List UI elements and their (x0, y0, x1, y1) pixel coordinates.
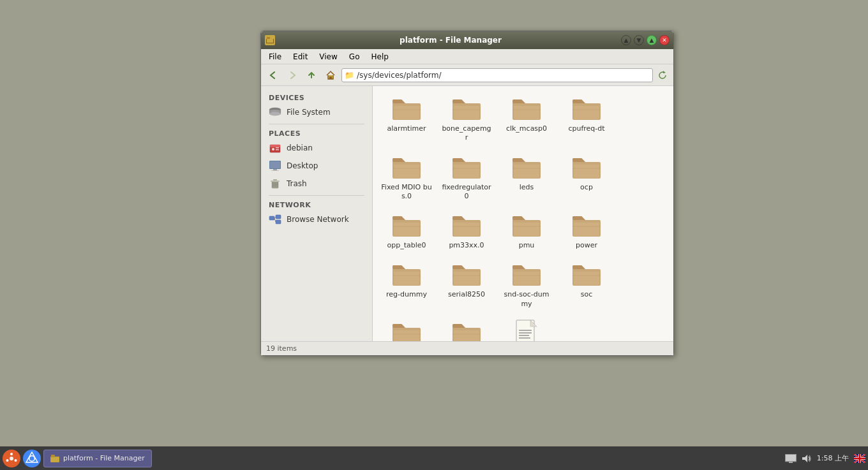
file-item[interactable]: bone_capemgr (438, 91, 495, 147)
close-button[interactable]: ✕ (659, 35, 670, 45)
file-item[interactable]: Fixed MDIO bus.0 (378, 150, 435, 206)
roll-up-button[interactable]: ▼ (634, 35, 644, 45)
svg-marker-4 (663, 71, 666, 73)
taskbar-window-label: platform - File Manager (63, 454, 145, 462)
svg-rect-53 (519, 337, 530, 339)
file-name: snd-soc-dummy (501, 290, 552, 309)
debian-icon (269, 142, 281, 154)
sidebar-item-filesystem[interactable]: File System (264, 103, 370, 121)
svg-rect-66 (789, 462, 793, 463)
volume-icon[interactable] (802, 454, 812, 463)
menu-edit[interactable]: Edit (288, 51, 313, 62)
file-item[interactable]: serial8250 (438, 257, 495, 313)
file-item[interactable]: fixedregulator0 (438, 150, 495, 206)
file-name: Fixed MDIO bus.0 (381, 183, 432, 202)
window-controls: ▲ ▼ ▲ ✕ (621, 35, 670, 45)
folder-icon (571, 96, 602, 122)
svg-rect-2 (267, 39, 273, 43)
address-bar[interactable]: 📁 /sys/devices/platform/ (341, 68, 653, 82)
folder-icon (451, 261, 482, 288)
svg-point-9 (269, 112, 281, 115)
svg-point-12 (272, 148, 274, 151)
file-name: pm33xx.0 (449, 241, 484, 250)
file-item[interactable]: clk_mcasp0 (498, 91, 555, 147)
locale-icon (854, 454, 865, 463)
file-name: leds (520, 183, 534, 192)
svg-rect-25 (269, 216, 274, 220)
file-item[interactable]: uevent (498, 316, 555, 341)
folder-icon (451, 154, 482, 181)
sidebar-item-desktop[interactable]: Desktop (264, 157, 370, 175)
browse-network-icon (269, 213, 281, 226)
file-name: bone_capemgr (441, 124, 492, 143)
filesystem-label: File System (287, 108, 331, 117)
sidebar-item-trash[interactable]: Trash (264, 175, 370, 193)
file-item[interactable]: reg-dummy (378, 257, 435, 313)
svg-point-61 (30, 456, 34, 460)
refresh-button[interactable] (655, 68, 670, 82)
up-button[interactable] (303, 67, 320, 84)
file-item[interactable]: leds (498, 150, 555, 206)
svg-point-56 (10, 453, 13, 455)
folder-icon (391, 320, 422, 341)
file-name: reg-dummy (386, 290, 427, 299)
svg-rect-13 (276, 147, 279, 149)
trash-icon (269, 177, 281, 190)
file-item[interactable]: cpufreq-dt (558, 91, 615, 147)
window-icon (265, 35, 275, 45)
menu-go[interactable]: Go (344, 51, 365, 62)
file-item[interactable]: snd-soc-dummy (498, 257, 555, 313)
minimize-button[interactable]: ▲ (621, 35, 631, 45)
folder-icon (511, 154, 542, 181)
sidebar-item-browse-network[interactable]: Browse Network (264, 210, 370, 228)
file-item[interactable]: opp_table0 (378, 208, 435, 254)
menu-view[interactable]: View (314, 51, 342, 62)
svg-rect-26 (276, 215, 281, 219)
folder-icon (391, 212, 422, 239)
svg-rect-16 (270, 161, 280, 168)
file-name: opp_table0 (387, 241, 426, 250)
svg-rect-27 (276, 220, 281, 224)
browse-network-label: Browse Network (287, 215, 349, 224)
file-item[interactable]: alarmtimer (378, 91, 435, 147)
file-item[interactable]: ti-cpufreq (438, 316, 495, 341)
file-name: fixedregulator0 (441, 183, 492, 202)
file-item[interactable]: ocp (558, 150, 615, 206)
home-button[interactable] (322, 67, 339, 84)
folder-icon (451, 320, 482, 341)
file-item[interactable]: pm33xx.0 (438, 208, 495, 254)
file-name: serial8250 (448, 290, 485, 299)
svg-rect-14 (276, 149, 279, 151)
folder-icon (511, 96, 542, 122)
svg-rect-20 (271, 180, 280, 182)
svg-rect-62 (50, 457, 59, 462)
ubuntu-icon[interactable] (3, 450, 20, 467)
sidebar-item-debian[interactable]: debian (264, 139, 370, 157)
file-item[interactable]: pmu (498, 208, 555, 254)
chromium-icon[interactable] (23, 450, 41, 467)
svg-rect-50 (519, 330, 532, 331)
file-grid: alarmtimer bone_capemgr (373, 86, 673, 341)
menu-file[interactable]: File (264, 51, 287, 62)
file-item[interactable]: soc (558, 257, 615, 313)
back-button[interactable] (265, 67, 281, 84)
file-name: soc (581, 290, 593, 299)
statusbar: 19 items (261, 341, 673, 355)
folder-icon (511, 261, 542, 288)
address-folder-icon: 📁 (345, 71, 354, 80)
file-name: cpufreq-dt (568, 124, 604, 133)
taskbar: platform - File Manager 1:58 上午 (0, 446, 868, 470)
taskbar-left: platform - File Manager (3, 450, 152, 467)
taskbar-window-button[interactable]: platform - File Manager (43, 450, 152, 467)
maximize-button[interactable]: ▲ (647, 35, 657, 45)
file-name: ocp (580, 183, 593, 192)
folder-icon (391, 154, 422, 181)
forward-button[interactable] (284, 67, 301, 84)
svg-rect-63 (51, 455, 55, 457)
content-area: DEVICES File System PLACES (261, 86, 673, 341)
file-manager-window: platform - File Manager ▲ ▼ ▲ ✕ File Edi… (260, 31, 674, 356)
menu-help[interactable]: Help (366, 51, 393, 62)
file-item[interactable]: power (558, 208, 615, 254)
file-item[interactable]: sound (378, 316, 435, 341)
devices-section-title: DEVICES (264, 91, 370, 103)
